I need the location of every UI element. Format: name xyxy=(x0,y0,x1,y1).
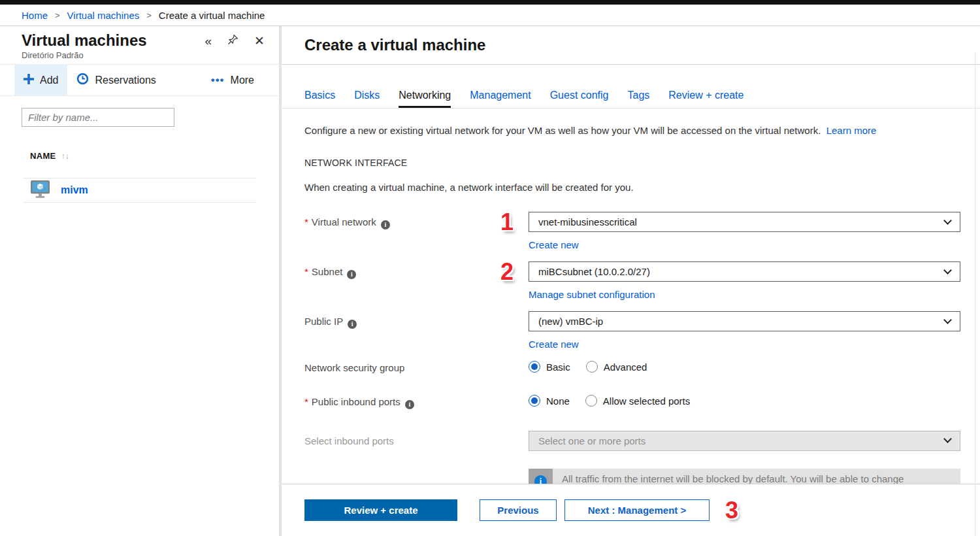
network-interface-heading: NETWORK INTERFACE xyxy=(304,158,980,168)
previous-button[interactable]: Previous xyxy=(480,499,557,521)
breadcrumb-home-link[interactable]: Home xyxy=(22,10,48,21)
more-button-label: More xyxy=(231,75,254,86)
left-panel-title: Virtual machines xyxy=(22,31,205,50)
info-tooltip-icon[interactable] xyxy=(347,270,356,279)
tab-review-create[interactable]: Review + create xyxy=(668,90,743,108)
select-inbound-ports-label: Select inbound ports xyxy=(304,431,529,451)
page-title: Create a virtual machine xyxy=(282,26,980,65)
filter-by-name-input[interactable] xyxy=(22,108,174,127)
subnet-value: miBCsubnet (10.0.2.0/27) xyxy=(538,266,650,277)
nsg-basic-radio[interactable]: Basic xyxy=(529,361,570,373)
add-button-label: Add xyxy=(40,75,58,86)
plus-icon xyxy=(24,74,34,87)
vm-name-link[interactable]: mivm xyxy=(61,184,88,196)
collapse-icon[interactable]: « xyxy=(205,35,212,47)
public-ip-label: Public IP xyxy=(304,311,529,361)
public-ip-dropdown[interactable]: (new) vmBC-ip xyxy=(529,311,960,331)
public-inbound-ports-label: *Public inbound ports xyxy=(304,395,529,409)
public-inbound-ports-label-text: Public inbound ports xyxy=(312,396,400,407)
network-security-group-row: Network security group Basic Advanced xyxy=(304,361,980,373)
reservations-button[interactable]: Reservations xyxy=(67,65,165,95)
chevron-down-icon xyxy=(943,266,952,275)
ellipsis-icon: ••• xyxy=(211,74,225,87)
public-ip-row: Public IP (new) vmBC-ip Create new xyxy=(304,311,980,361)
breadcrumb: Home > Virtual machines > Create a virtu… xyxy=(0,5,980,26)
tab-basics[interactable]: Basics xyxy=(304,90,335,108)
next-management-button[interactable]: Next : Management > xyxy=(564,499,710,521)
nsg-advanced-label: Advanced xyxy=(604,361,647,373)
chevron-down-icon xyxy=(943,316,952,324)
inbound-ports-none-label: None xyxy=(546,395,570,407)
public-ip-value: (new) vmBC-ip xyxy=(538,316,603,327)
nsg-advanced-radio[interactable]: Advanced xyxy=(586,361,647,373)
vm-list: mivm xyxy=(23,178,256,203)
networking-tab-content: Basics Disks Networking Management Guest… xyxy=(282,65,980,484)
chevron-down-icon xyxy=(943,216,952,225)
breadcrumb-current-page: Create a virtual machine xyxy=(159,10,265,21)
info-icon: i xyxy=(534,475,547,484)
name-header-label: NAME xyxy=(30,151,56,161)
directory-subtitle: Diretório Padrão xyxy=(22,50,266,60)
required-asterisk: * xyxy=(304,266,308,277)
network-security-group-label: Network security group xyxy=(304,361,529,373)
create-new-vnet-link[interactable]: Create new xyxy=(529,239,579,250)
clock-icon xyxy=(76,73,89,88)
more-button[interactable]: ••• More xyxy=(202,65,263,95)
learn-more-link[interactable]: Learn more xyxy=(826,125,877,136)
annotation-3: 3 xyxy=(725,499,738,522)
select-inbound-ports-row: Select inbound ports Select one or more … xyxy=(304,431,980,451)
radio-unselected-icon xyxy=(585,395,597,407)
public-inbound-ports-row: *Public inbound ports None Allow selecte… xyxy=(304,395,980,409)
inbound-ports-allow-radio[interactable]: Allow selected ports xyxy=(585,395,690,407)
info-tooltip-icon[interactable] xyxy=(405,400,414,409)
networking-form: *Virtual network 1 vnet-mibusinesscritic… xyxy=(304,212,980,484)
nsg-label-text: Network security group xyxy=(304,362,404,373)
chevron-down-icon xyxy=(943,435,952,443)
reservations-button-label: Reservations xyxy=(95,75,155,86)
wizard-footer: Review + create Previous Next : Manageme… xyxy=(282,484,980,536)
info-tooltip-icon[interactable] xyxy=(348,320,357,329)
wizard-tabs: Basics Disks Networking Management Guest… xyxy=(282,90,980,109)
required-asterisk: * xyxy=(304,216,308,227)
virtual-machine-icon xyxy=(29,180,51,201)
public-ip-label-text: Public IP xyxy=(304,316,343,327)
info-tooltip-icon[interactable] xyxy=(381,220,390,229)
nsg-radio-group: Basic Advanced xyxy=(529,361,960,373)
required-asterisk: * xyxy=(304,396,308,407)
manage-subnet-configuration-link[interactable]: Manage subnet configuration xyxy=(529,289,655,300)
select-inbound-ports-placeholder: Select one or more ports xyxy=(538,435,645,446)
vm-list-row[interactable]: mivm xyxy=(23,178,256,203)
virtual-network-label: *Virtual network xyxy=(304,212,529,261)
inbound-ports-none-radio[interactable]: None xyxy=(529,395,570,407)
select-inbound-ports-label-text: Select inbound ports xyxy=(304,435,394,446)
annotation-1: 1 xyxy=(500,210,514,234)
radio-unselected-icon xyxy=(586,361,598,373)
add-button[interactable]: Add xyxy=(14,65,67,95)
tab-description: Configure a new or existing virtual netw… xyxy=(304,125,821,136)
review-create-button[interactable]: Review + create xyxy=(304,499,457,521)
left-panel-header: Virtual machines « ✕ Diretório Padrão xyxy=(0,26,279,65)
virtual-network-value: vnet-mibusinesscritical xyxy=(538,216,637,227)
radio-selected-icon xyxy=(529,361,540,373)
breadcrumb-separator-icon: > xyxy=(146,10,152,20)
inbound-ports-radio-group: None Allow selected ports xyxy=(529,395,960,407)
info-banner-text: All traffic from the internet will be bl… xyxy=(553,469,960,484)
subnet-dropdown[interactable]: miBCsubnet (10.0.2.0/27) xyxy=(529,261,960,282)
tab-management[interactable]: Management xyxy=(470,90,531,108)
name-column-header[interactable]: NAME↑↓ xyxy=(30,151,279,161)
virtual-network-dropdown[interactable]: vnet-mibusinesscritical xyxy=(529,212,960,232)
tab-disks[interactable]: Disks xyxy=(354,90,380,108)
tab-tags[interactable]: Tags xyxy=(627,90,649,108)
select-inbound-ports-dropdown: Select one or more ports xyxy=(529,431,960,451)
tab-guest-config[interactable]: Guest config xyxy=(550,90,609,108)
breadcrumb-virtual-machines-link[interactable]: Virtual machines xyxy=(67,10,140,21)
radio-selected-icon xyxy=(529,395,540,407)
nsg-basic-label: Basic xyxy=(546,361,570,373)
close-icon[interactable]: ✕ xyxy=(254,35,265,47)
window-top-bar xyxy=(0,0,980,5)
create-new-public-ip-link[interactable]: Create new xyxy=(529,339,579,350)
inbound-ports-allow-label: Allow selected ports xyxy=(603,395,690,407)
tab-networking[interactable]: Networking xyxy=(399,90,451,108)
info-banner-icon-strip: i xyxy=(529,469,553,484)
pin-icon[interactable] xyxy=(227,34,238,47)
